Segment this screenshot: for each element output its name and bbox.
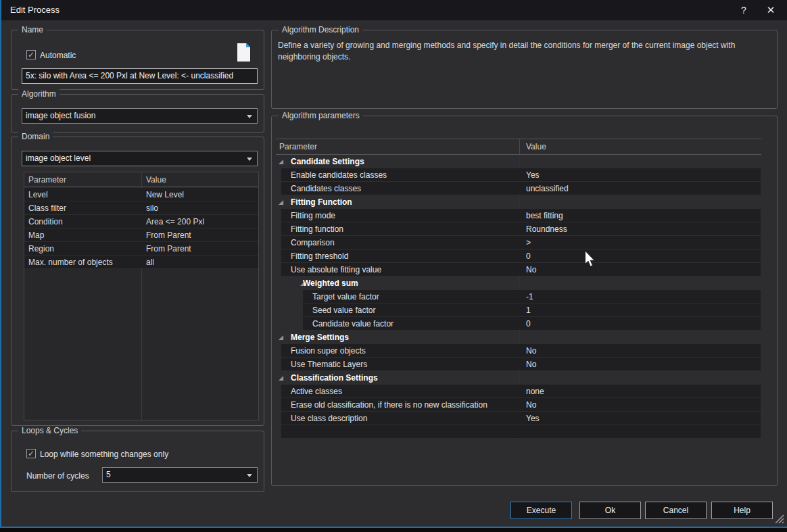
params-table-row[interactable]: Comparison> — [276, 236, 761, 249]
algorithm-parameters-groupbox: Algorithm parameters Parameter Value ◢Ca… — [271, 116, 778, 486]
params-group-label: Merge Settings — [291, 333, 349, 342]
domain-col-parameter[interactable]: Parameter — [28, 175, 66, 185]
name-groupbox: Name ✓ Automatic 5x: silo with Area <= 2… — [11, 30, 264, 90]
params-row-parameter: Target value factor — [312, 292, 379, 301]
number-of-cycles-select[interactable]: 5 — [102, 467, 258, 483]
params-row-parameter: Fusion super objects — [291, 346, 366, 356]
params-row-parameter: Use class description — [291, 414, 367, 423]
params-row-value: best fitting — [526, 211, 563, 220]
domain-row-value: all — [146, 258, 154, 267]
domain-table-row[interactable]: ConditionArea <= 200 Pxl — [24, 215, 258, 228]
params-row-value: Roundness — [526, 224, 567, 234]
resize-grip[interactable] — [774, 514, 784, 524]
params-row-value: 0 — [526, 251, 531, 261]
ok-button[interactable]: Ok — [579, 502, 641, 519]
params-table-row[interactable]: Candidates classesunclassified — [276, 182, 761, 195]
algorithm-groupbox: Algorithm image object fusion — [11, 94, 264, 132]
params-table-row[interactable]: Use Thematic LayersNo — [276, 358, 761, 371]
params-table-row[interactable]: Fitting modebest fitting — [276, 209, 761, 222]
domain-row-value: From Parent — [146, 231, 191, 240]
domain-table: Parameter Value LevelNew LevelClass filt… — [24, 172, 259, 420]
params-row-parameter: Candidate value factor — [312, 319, 394, 329]
params-table-row[interactable]: Fusion super objectsNo — [276, 344, 761, 358]
params-table-row[interactable]: Use class descriptionYes — [276, 412, 761, 425]
domain-row-value: From Parent — [146, 244, 191, 253]
expander-icon[interactable]: ◢ — [279, 158, 283, 165]
params-table-row[interactable]: Fitting functionRoundness — [276, 222, 761, 236]
domain-table-row[interactable]: Class filtersilo — [24, 201, 258, 215]
name-legend: Name — [18, 25, 47, 35]
process-name-input[interactable]: 5x: silo with Area <= 200 Pxl at New Lev… — [22, 68, 258, 84]
params-col-parameter[interactable]: Parameter — [279, 142, 317, 151]
edit-process-dialog: Edit Process ? ✕ Name ✓ Automatic 5x: si… — [0, 0, 787, 528]
params-group-label: Classification Settings — [291, 373, 378, 383]
params-row-parameter: Fitting function — [291, 224, 343, 234]
params-group-label: Fitting Function — [291, 197, 352, 207]
params-group-label: Candidate Settings — [291, 157, 364, 166]
domain-selected-value: image object level — [26, 153, 91, 163]
params-row-value: 0 — [526, 319, 531, 329]
params-table-row[interactable]: Erase old classification, if there is no… — [276, 398, 761, 412]
domain-table-row[interactable]: RegionFrom Parent — [24, 242, 258, 256]
domain-legend: Domain — [18, 132, 53, 142]
domain-row-parameter: Level — [28, 190, 48, 199]
params-row-parameter: Fitting threshold — [291, 251, 348, 261]
titlebar[interactable]: Edit Process ? ✕ — [1, 0, 787, 20]
params-table-row[interactable]: Seed value factor1 — [276, 304, 761, 317]
params-group-row[interactable]: ◢Merge Settings — [276, 331, 761, 344]
loop-while-changes-checkbox[interactable]: ✓ — [26, 449, 36, 458]
cancel-button[interactable]: Cancel — [645, 502, 707, 519]
domain-table-header[interactable]: Parameter Value — [24, 172, 258, 187]
domain-table-row[interactable]: LevelNew Level — [24, 188, 258, 201]
params-row-parameter: Candidates classes — [291, 184, 361, 193]
params-group-row[interactable]: ◢Classification Settings — [276, 371, 761, 385]
params-table-row[interactable]: Use absolute fitting valueNo — [276, 263, 761, 276]
execute-button[interactable]: Execute — [510, 502, 572, 519]
domain-groupbox: Domain image object level Parameter Valu… — [11, 137, 264, 426]
params-group-row[interactable]: ◢Candidate Settings — [276, 155, 761, 168]
params-col-value[interactable]: Value — [526, 142, 546, 151]
help-button[interactable]: Help — [711, 502, 773, 519]
params-row-value: none — [526, 387, 544, 396]
expander-icon[interactable]: ◢ — [279, 374, 283, 381]
params-row-value: Yes — [526, 170, 540, 180]
params-row-parameter: Comparison — [291, 238, 335, 247]
help-icon[interactable]: ? — [736, 3, 752, 18]
params-row-parameter: Active classes — [291, 387, 342, 396]
params-table-header[interactable]: Parameter Value — [276, 139, 761, 154]
params-table-row[interactable]: Active classesnone — [276, 385, 761, 398]
algorithm-legend: Algorithm — [18, 89, 59, 99]
algorithm-description-text: Define a variety of growing and merging … — [278, 40, 769, 63]
domain-col-value[interactable]: Value — [146, 175, 166, 185]
params-table-row[interactable]: Target value factor-1 — [276, 290, 761, 304]
params-group-row[interactable]: ◢Weighted sum — [276, 276, 761, 290]
document-icon[interactable] — [237, 43, 251, 62]
params-group-label: Weighted sum — [303, 279, 358, 288]
domain-row-parameter: Class filter — [28, 203, 66, 213]
params-table-row[interactable]: Enable candidates classesYes — [276, 168, 761, 182]
close-icon[interactable]: ✕ — [763, 3, 779, 18]
params-group-row[interactable]: ◢Fitting Function — [276, 195, 761, 209]
algorithm-select[interactable]: image object fusion — [22, 108, 258, 124]
expander-icon[interactable]: ◢ — [279, 334, 283, 341]
params-table-row[interactable]: Fitting threshold0 — [276, 249, 761, 263]
params-row-value: No — [526, 400, 536, 410]
expander-icon[interactable]: ◢ — [279, 199, 283, 205]
chevron-down-icon — [247, 115, 252, 118]
automatic-checkbox[interactable]: ✓ — [26, 50, 36, 59]
domain-table-row[interactable]: MapFrom Parent — [24, 228, 258, 242]
domain-row-value: silo — [146, 203, 158, 213]
domain-row-parameter: Map — [28, 231, 44, 240]
params-row-parameter: Erase old classification, if there is no… — [291, 400, 487, 410]
automatic-label: Automatic — [40, 51, 76, 60]
params-row-parameter: Use Thematic Layers — [291, 360, 367, 369]
params-table-row[interactable] — [276, 425, 761, 439]
chevron-down-icon — [247, 158, 252, 161]
params-table-rows: ◢Candidate SettingsEnable candidates cla… — [276, 155, 761, 439]
domain-select[interactable]: image object level — [22, 151, 258, 166]
domain-row-value: Area <= 200 Pxl — [146, 217, 204, 226]
domain-table-row[interactable]: Max. number of objectsall — [24, 256, 258, 269]
params-table-row[interactable]: Candidate value factor0 — [276, 317, 761, 331]
dialog-title: Edit Process — [10, 5, 59, 15]
chevron-down-icon — [247, 474, 252, 477]
